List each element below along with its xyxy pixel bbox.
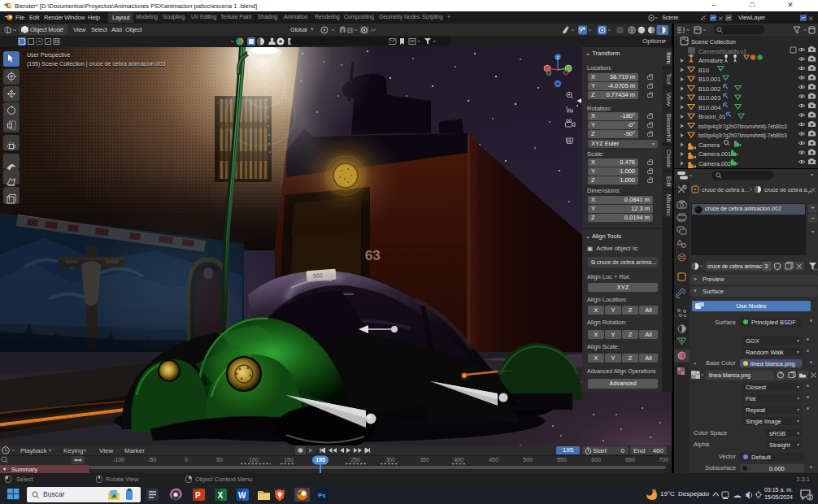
svg-text:Camera.001: Camera.001 xyxy=(698,150,731,158)
svg-text:bs0qv4q3r7g2h07brovnvhmtlj-7eb: bs0qv4q3r7g2h07brovnvhmtlj-7eb80c3 xyxy=(698,133,787,139)
svg-text:cruce de cebra a...: cruce de cebra a... xyxy=(764,187,811,193)
svg-text:linea blanca.png: linea blanca.png xyxy=(709,372,751,379)
svg-text:Camera.002: Camera.002 xyxy=(698,160,731,167)
svg-text:B10.001: B10.001 xyxy=(698,76,720,83)
svg-text:-50: -50 xyxy=(148,457,156,463)
svg-text:Broom_01: Broom_01 xyxy=(698,113,726,120)
svg-text:600: 600 xyxy=(591,457,601,463)
svg-text:2: 2 xyxy=(808,494,811,500)
svg-text:0: 0 xyxy=(185,457,188,463)
svg-text:-100: -100 xyxy=(113,457,124,463)
svg-text:500: 500 xyxy=(523,457,533,463)
svg-text:Armature: Armature xyxy=(698,57,723,64)
svg-text:B10.004: B10.004 xyxy=(698,104,720,111)
svg-text:cruce de cebra a...: cruce de cebra a... xyxy=(702,187,749,193)
svg-text:150: 150 xyxy=(284,457,294,463)
svg-text:63: 63 xyxy=(364,247,381,263)
svg-text:650: 650 xyxy=(625,457,635,463)
svg-text:100: 100 xyxy=(249,457,259,463)
svg-text:195: 195 xyxy=(315,457,325,463)
svg-text:B10.002: B10.002 xyxy=(698,85,720,93)
svg-text:250: 250 xyxy=(350,457,360,463)
svg-text:300: 300 xyxy=(385,457,395,463)
svg-text:400: 400 xyxy=(454,457,463,463)
svg-text:X: X xyxy=(218,491,224,500)
svg-text:B10.003: B10.003 xyxy=(698,94,720,102)
svg-text:B10: B10 xyxy=(698,67,709,74)
svg-text:cruce de cebra animaci...: cruce de cebra animaci... xyxy=(707,263,768,269)
svg-text:bs0qv4q3r7g2h07brovnvhmtlj-7eb: bs0qv4q3r7g2h07brovnvhmtlj-7eb80c3 xyxy=(698,124,787,130)
svg-text:50: 50 xyxy=(216,457,223,463)
svg-text:450: 450 xyxy=(489,457,498,463)
svg-text:3: 3 xyxy=(764,263,768,270)
svg-text:550: 550 xyxy=(557,457,567,463)
svg-text:Scene Collection: Scene Collection xyxy=(691,38,736,46)
svg-text:350: 350 xyxy=(420,457,429,463)
svg-text:P: P xyxy=(195,491,201,500)
svg-text:CameraShakify.v2: CameraShakify.v2 xyxy=(698,48,746,55)
svg-text:Camera: Camera xyxy=(698,141,720,149)
svg-text:700: 700 xyxy=(659,457,668,463)
svg-text:Ps: Ps xyxy=(318,492,326,499)
svg-text:W: W xyxy=(238,491,246,500)
